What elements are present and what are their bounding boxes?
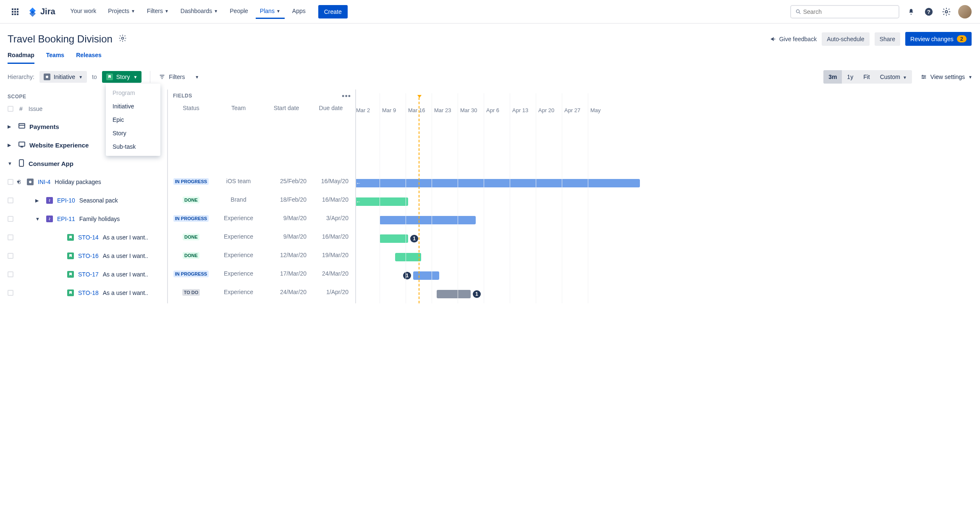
nav-people[interactable]: People bbox=[225, 4, 252, 19]
issue-key[interactable]: INI-4 bbox=[38, 179, 50, 185]
view-settings-button[interactable]: View settings ▼ bbox=[920, 74, 972, 80]
give-feedback-button[interactable]: Give feedback bbox=[770, 36, 817, 42]
search-box[interactable] bbox=[790, 5, 899, 18]
date-column: May bbox=[590, 107, 616, 113]
tab-roadmap[interactable]: Roadmap bbox=[8, 52, 34, 64]
status-badge: DONE bbox=[183, 197, 199, 203]
story-icon bbox=[106, 74, 113, 80]
gantt-bar[interactable]: 1 bbox=[380, 234, 408, 243]
nav-dashboards[interactable]: Dashboards▼ bbox=[176, 4, 222, 19]
issue-key[interactable]: STO-18 bbox=[78, 289, 99, 296]
gantt-bar[interactable]: ← bbox=[356, 197, 408, 206]
issue-row: STO-16 As a user I want.. bbox=[0, 247, 167, 265]
timeline-row: ← bbox=[356, 192, 980, 211]
help-icon[interactable]: ? bbox=[923, 6, 935, 18]
nav-apps[interactable]: Apps bbox=[288, 4, 310, 19]
row-checkbox[interactable] bbox=[8, 253, 13, 259]
fields-row: DONE Experience 9/Mar/20 16/Mar/20 bbox=[168, 227, 355, 246]
gantt-bar[interactable] bbox=[380, 216, 476, 224]
start-date-cell: 9/Mar/20 bbox=[263, 233, 310, 240]
dropdown-item-initiative[interactable]: Initiative bbox=[106, 100, 160, 113]
issue-key[interactable]: STO-17 bbox=[78, 271, 99, 278]
date-column: Apr 13 bbox=[512, 107, 538, 113]
svg-rect-14 bbox=[19, 160, 24, 166]
zoom-3m[interactable]: 3m bbox=[823, 70, 842, 84]
plan-settings-icon[interactable] bbox=[118, 33, 127, 45]
fields-row: DONE Brand 18/Feb/20 16/Mar/20 bbox=[168, 190, 355, 209]
group-title: Consumer App bbox=[29, 160, 73, 167]
issue-key[interactable]: STO-16 bbox=[78, 252, 99, 259]
row-checkbox[interactable] bbox=[8, 179, 13, 185]
app-switcher-icon[interactable] bbox=[8, 5, 22, 18]
zoom-custom[interactable]: Custom▼ bbox=[875, 70, 912, 84]
row-checkbox[interactable] bbox=[8, 271, 13, 277]
issue-key[interactable]: STO-14 bbox=[78, 234, 99, 241]
search-input[interactable] bbox=[803, 8, 894, 15]
expand-icon[interactable]: ▼ bbox=[35, 216, 42, 221]
issue-summary: Holiday packages bbox=[55, 179, 101, 185]
tab-teams[interactable]: Teams bbox=[46, 52, 64, 64]
jira-logo[interactable]: Jira bbox=[28, 7, 55, 17]
chevron-down-icon: ▼ bbox=[214, 9, 218, 13]
share-button[interactable]: Share bbox=[875, 32, 900, 46]
issue-row: STO-18 As a user I want.. bbox=[0, 284, 167, 302]
gantt-bar[interactable]: ← bbox=[356, 179, 640, 187]
filters-button[interactable]: Filters ▼ bbox=[159, 74, 199, 80]
zoom-fit[interactable]: Fit bbox=[858, 70, 875, 84]
team-cell: Experience bbox=[214, 233, 263, 240]
expand-icon[interactable]: ▶ bbox=[35, 198, 42, 203]
hierarchy-to-select[interactable]: Story ▼ bbox=[102, 71, 142, 83]
tab-releases[interactable]: Releases bbox=[76, 52, 102, 64]
nav-projects[interactable]: Projects▼ bbox=[104, 4, 139, 19]
issue-key[interactable]: EPI-10 bbox=[57, 197, 75, 204]
row-checkbox[interactable] bbox=[8, 216, 13, 222]
gantt-bar[interactable]: 1 bbox=[437, 290, 471, 298]
dependency-badge[interactable]: 1 bbox=[410, 235, 418, 242]
start-date-cell: 24/Mar/20 bbox=[263, 289, 310, 295]
svg-line-1 bbox=[799, 12, 800, 13]
svg-point-7 bbox=[922, 75, 923, 76]
issue-row: ▶EPI-10 Seasonal pack bbox=[0, 191, 167, 210]
user-avatar[interactable] bbox=[958, 5, 972, 18]
select-all-checkbox[interactable] bbox=[8, 106, 13, 112]
expand-icon[interactable]: ▶ bbox=[8, 124, 14, 129]
hierarchy-from-select[interactable]: Initiative ▼ bbox=[39, 71, 87, 83]
nav-your-work[interactable]: Your work bbox=[66, 4, 101, 19]
issue-summary: Seasonal pack bbox=[79, 197, 118, 204]
issue-row: STO-17 As a user I want.. bbox=[0, 265, 167, 284]
top-nav: Jira Your workProjects▼Filters▼Dashboard… bbox=[0, 0, 980, 24]
dependency-badge[interactable]: 1 bbox=[403, 272, 411, 279]
gantt-bar[interactable] bbox=[395, 253, 421, 261]
svg-rect-12 bbox=[19, 142, 25, 146]
fields-more-icon[interactable]: ••• bbox=[342, 92, 351, 101]
nav-filters[interactable]: Filters▼ bbox=[143, 4, 173, 19]
search-icon bbox=[795, 8, 802, 15]
dropdown-item-story[interactable]: Story bbox=[106, 126, 160, 140]
settings-icon[interactable] bbox=[941, 6, 952, 18]
auto-schedule-button[interactable]: Auto-schedule bbox=[822, 32, 870, 46]
status-badge: IN PROGRESS bbox=[173, 271, 209, 277]
timeline-row: ← bbox=[356, 174, 980, 192]
column-status: Status bbox=[168, 105, 214, 111]
chevron-down-icon: ▼ bbox=[276, 9, 280, 13]
expand-icon[interactable]: ▶ bbox=[8, 142, 14, 148]
dropdown-item-sub-task[interactable]: Sub-task bbox=[106, 140, 160, 153]
nav-plans[interactable]: Plans▼ bbox=[256, 4, 285, 19]
gantt-bar[interactable]: 1 bbox=[413, 271, 439, 280]
expand-icon[interactable]: ▼ bbox=[8, 161, 14, 166]
svg-point-0 bbox=[796, 10, 799, 13]
row-checkbox[interactable] bbox=[8, 197, 13, 203]
team-cell: Experience bbox=[214, 289, 263, 295]
date-column: Mar 30 bbox=[460, 107, 486, 113]
group-row[interactable]: ▼ Consumer App bbox=[0, 154, 167, 173]
dropdown-item-epic[interactable]: Epic bbox=[106, 113, 160, 126]
issue-key[interactable]: EPI-11 bbox=[57, 216, 75, 222]
notifications-icon[interactable] bbox=[905, 6, 917, 18]
dependency-badge[interactable]: 1 bbox=[473, 290, 481, 298]
issue-summary: As a user I want.. bbox=[103, 234, 148, 241]
row-checkbox[interactable] bbox=[8, 234, 13, 240]
review-changes-button[interactable]: Review changes 2 bbox=[905, 32, 972, 46]
zoom-1y[interactable]: 1y bbox=[842, 70, 858, 84]
create-button[interactable]: Create bbox=[318, 5, 348, 18]
row-checkbox[interactable] bbox=[8, 290, 13, 296]
